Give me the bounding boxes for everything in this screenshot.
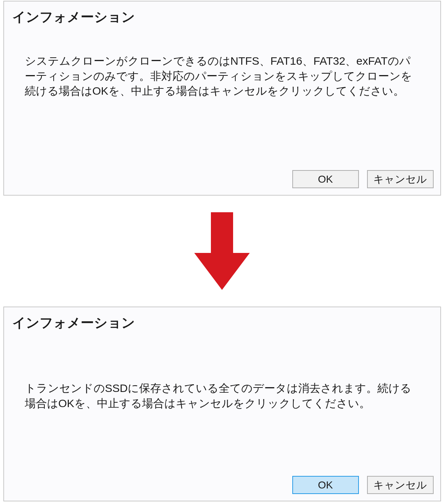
dialog-body: トランセンドのSSDに保存されている全てのデータは消去されます。続ける場合はOK…: [4, 332, 440, 501]
dialog-message: トランセンドのSSDに保存されている全てのデータは消去されます。続ける場合はOK…: [25, 381, 420, 411]
button-row: OK キャンセル: [292, 476, 434, 494]
ok-button[interactable]: OK: [292, 476, 359, 494]
flow-arrow: [3, 196, 441, 307]
button-row: OK キャンセル: [292, 170, 434, 188]
ok-button[interactable]: OK: [292, 170, 359, 188]
cancel-button[interactable]: キャンセル: [367, 170, 434, 188]
dialog-title: インフォメーション: [4, 1, 440, 26]
information-dialog-2: インフォメーション トランセンドのSSDに保存されている全てのデータは消去されま…: [3, 307, 441, 501]
cancel-button[interactable]: キャンセル: [367, 476, 434, 494]
dialog-title: インフォメーション: [4, 307, 440, 332]
dialog-message: システムクローンがクローンできるのはNTFS、FAT16、FAT32、exFAT…: [25, 54, 420, 99]
information-dialog-1: インフォメーション システムクローンがクローンできるのはNTFS、FAT16、F…: [3, 1, 441, 196]
arrow-down-icon: [194, 212, 250, 290]
dialog-body: システムクローンがクローンできるのはNTFS、FAT16、FAT32、exFAT…: [4, 26, 440, 195]
